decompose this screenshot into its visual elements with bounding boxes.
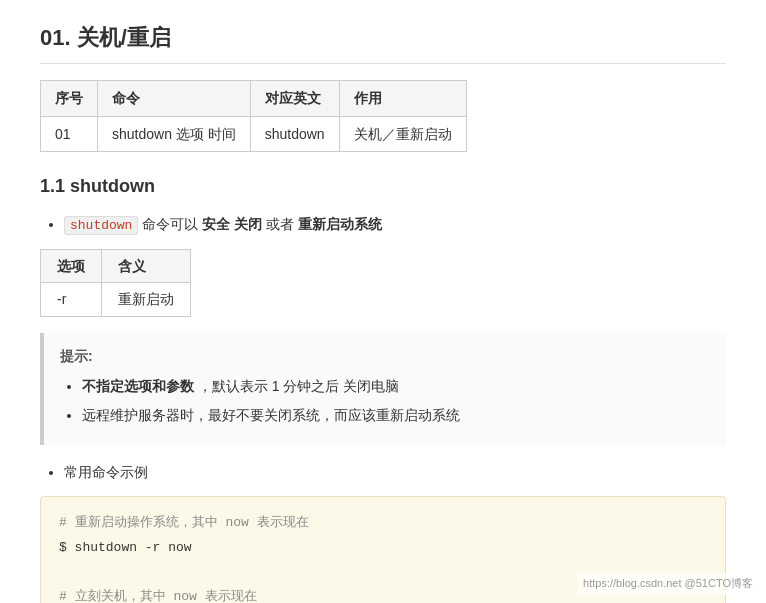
intro-bold-2: 重新启动系统 <box>298 216 382 232</box>
code-line-1: $ shutdown -r now <box>59 536 707 561</box>
inner-table-cell-0-1: 重新启动 <box>102 283 191 316</box>
main-table-header-0: 序号 <box>41 81 98 116</box>
examples-label: 常用命令示例 <box>64 464 148 480</box>
intro-bullet-item: shutdown 命令可以 安全 关闭 或者 重新启动系统 <box>64 213 726 237</box>
main-table-row: 01shutdown 选项 时间shutdown关机／重新启动 <box>41 116 467 151</box>
tip-bold-0: 不指定选项和参数 <box>82 378 194 394</box>
main-table-cell-0-1: shutdown 选项 时间 <box>98 116 251 151</box>
inner-table-row: -r重新启动 <box>41 283 191 316</box>
inner-table: 选项 含义 -r重新启动 <box>40 249 191 317</box>
intro-text-2: 或者 <box>266 216 298 232</box>
examples-bullet-item: 常用命令示例 <box>64 461 726 485</box>
code-line-0: # 重新启动操作系统，其中 now 表示现在 <box>59 511 707 536</box>
subsection-title: 1.1 shutdown <box>40 172 726 201</box>
section-title: 01. 关机/重启 <box>40 20 726 64</box>
tip-item-1: 远程维护服务器时，最好不要关闭系统，而应该重新启动系统 <box>82 404 710 428</box>
tip-rest-0: ，默认表示 1 分钟之后 关闭电脑 <box>198 378 399 394</box>
main-table-header-2: 对应英文 <box>250 81 339 116</box>
tip-list: 不指定选项和参数 ，默认表示 1 分钟之后 关闭电脑 远程维护服务器时，最好不要… <box>60 375 710 428</box>
inner-table-header-row: 选项 含义 <box>41 249 191 282</box>
main-table-header-3: 作用 <box>339 81 466 116</box>
watermark: https://blog.csdn.net @51CTO博客 <box>578 573 758 595</box>
inner-table-header-0: 选项 <box>41 249 102 282</box>
tip-item-0: 不指定选项和参数 ，默认表示 1 分钟之后 关闭电脑 <box>82 375 710 399</box>
inner-table-header-1: 含义 <box>102 249 191 282</box>
tip-box: 提示: 不指定选项和参数 ，默认表示 1 分钟之后 关闭电脑 远程维护服务器时，… <box>40 333 726 445</box>
main-table-cell-0-0: 01 <box>41 116 98 151</box>
main-table-cell-0-3: 关机／重新启动 <box>339 116 466 151</box>
inner-table-cell-0-0: -r <box>41 283 102 316</box>
page-wrapper: 01. 关机/重启 序号 命令 对应英文 作用 01shutdown 选项 时间… <box>0 0 766 603</box>
main-table-cell-0-2: shutdown <box>250 116 339 151</box>
main-table: 序号 命令 对应英文 作用 01shutdown 选项 时间shutdown关机… <box>40 80 467 152</box>
intro-text-1: 命令可以 <box>142 216 202 232</box>
shutdown-inline-code: shutdown <box>64 216 138 235</box>
tip-title: 提示: <box>60 345 710 367</box>
intro-bullet-list: shutdown 命令可以 安全 关闭 或者 重新启动系统 <box>40 213 726 237</box>
examples-bullet-list: 常用命令示例 <box>40 461 726 485</box>
main-table-header-1: 命令 <box>98 81 251 116</box>
intro-bold-1: 安全 关闭 <box>202 216 262 232</box>
tip-rest-1: 远程维护服务器时，最好不要关闭系统，而应该重新启动系统 <box>82 407 460 423</box>
main-table-header-row: 序号 命令 对应英文 作用 <box>41 81 467 116</box>
